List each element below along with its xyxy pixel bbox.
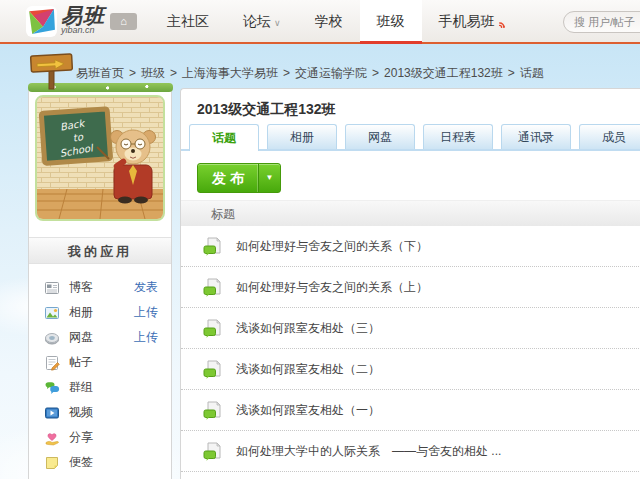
chevron-down-icon: ∨	[274, 18, 281, 28]
title-column-header: 标题	[211, 201, 235, 227]
app-action-link[interactable]: 上传	[134, 329, 158, 346]
topic-row[interactable]: 浅谈如何跟室友相处（三）	[181, 308, 640, 349]
sidebar-item-share[interactable]: 分享	[29, 425, 171, 450]
tab-netdisk[interactable]: 网盘	[345, 124, 415, 149]
topic-title: 浅谈如何跟室友相处（一）	[236, 402, 380, 419]
sidebar-item-label: 帖子	[69, 354, 158, 371]
sidebar-item-label: 相册	[69, 304, 134, 321]
sidebar-item-label: 分享	[69, 429, 158, 446]
yiban-class-page: 易班 yiban.cn ⌂ 主社区论坛∨学校班级手机易班 易班首页>班级>上海海…	[0, 0, 640, 479]
main-panel: 2013级交通工程132班 话题相册网盘日程表通讯录成员 发 布 ▼ 标题 如何…	[180, 88, 640, 479]
topic-list: 如何处理好与舍友之间的关系（下）如何处理好与舍友之间的关系（上）浅谈如何跟室友相…	[181, 226, 640, 472]
tab-members[interactable]: 成员	[579, 124, 640, 149]
sidebar-item-blog[interactable]: 博客发表	[29, 275, 171, 300]
topic-title: 浅谈如何跟室友相处（三）	[236, 320, 380, 337]
tab-bar: 话题相册网盘日程表通讯录成员	[189, 124, 640, 151]
breadcrumb-link[interactable]: 上海海事大学易班	[182, 66, 278, 80]
topic-title: 如何处理好与舍友之间的关系（下）	[236, 238, 428, 255]
home-icon[interactable]: ⌂	[110, 13, 137, 30]
tab-contacts[interactable]: 通讯录	[501, 124, 571, 149]
tab-topics[interactable]: 话题	[189, 124, 259, 151]
signpost-icon	[27, 49, 77, 93]
topic-title: 如何处理好与舍友之间的关系（上）	[236, 279, 428, 296]
nav-item-school[interactable]: 学校	[298, 0, 360, 42]
my-apps-list: 博客发表相册上传网盘上传帖子群组视频分享便签	[29, 275, 171, 475]
yiban-logo-icon	[26, 6, 57, 37]
sidebar-item-label: 博客	[69, 279, 134, 296]
sidebar-item-groups[interactable]: 群组	[29, 375, 171, 400]
video-icon	[44, 405, 60, 421]
sidebar-item-note[interactable]: 便签	[29, 450, 171, 475]
sidebar-item-posts[interactable]: 帖子	[29, 350, 171, 375]
classroom-bear-illustration: Back to School	[35, 95, 165, 221]
topic-row[interactable]: 如何处理好与舍友之间的关系（上）	[181, 267, 640, 308]
share-icon	[44, 430, 60, 446]
topic-icon	[203, 318, 223, 338]
nav-item-mobile-yiban[interactable]: 手机易班	[422, 0, 512, 42]
topic-title: 浅谈如何跟室友相处（二）	[236, 361, 380, 378]
note-icon	[44, 455, 60, 471]
search-input[interactable]	[563, 11, 640, 33]
breadcrumb-link[interactable]: 易班首页	[76, 66, 124, 80]
breadcrumb-separator: >	[129, 66, 136, 80]
topic-row[interactable]: 浅谈如何跟室友相处（二）	[181, 349, 640, 390]
sidebar-item-label: 群组	[69, 379, 158, 396]
topic-title: 如何处理大学中的人际关系 ——与舍友的相处 ...	[236, 443, 501, 460]
sidebar: Back to School	[28, 88, 172, 479]
album-icon	[44, 305, 60, 321]
breadcrumb-separator: >	[508, 66, 515, 80]
breadcrumb: 易班首页>班级>上海海事大学易班>交通运输学院>2013级交通工程132班>话题	[76, 65, 544, 82]
post-icon	[44, 355, 60, 371]
nav-item-main-community[interactable]: 主社区	[150, 0, 226, 42]
topic-row[interactable]: 如何处理好与舍友之间的关系（下）	[181, 226, 640, 267]
breadcrumb-link[interactable]: 交通运输学院	[295, 66, 367, 80]
sidebar-item-netdisk[interactable]: 网盘上传	[29, 325, 171, 350]
caret-down-icon[interactable]: ▼	[258, 164, 280, 192]
tab-schedule[interactable]: 日程表	[423, 124, 493, 149]
topic-icon	[203, 277, 223, 297]
top-bar: 易班 yiban.cn ⌂ 主社区论坛∨学校班级手机易班	[0, 0, 640, 44]
nav-item-label: 论坛	[243, 13, 271, 29]
nav-item-forum[interactable]: 论坛∨	[226, 0, 298, 42]
sidebar-item-label: 视频	[69, 404, 158, 421]
blog-icon	[44, 280, 60, 296]
sidebar-item-label: 便签	[69, 454, 158, 471]
publish-button[interactable]: 发 布 ▼	[197, 163, 281, 193]
yiban-logo[interactable]: 易班 yiban.cn	[26, 6, 105, 37]
tab-album[interactable]: 相册	[267, 124, 337, 149]
signal-icon	[496, 5, 508, 17]
topic-icon	[203, 400, 223, 420]
breadcrumb-link[interactable]: 2013级交通工程132班	[384, 66, 503, 80]
netdisk-icon	[44, 330, 60, 346]
page-title: 2013级交通工程132班	[197, 101, 336, 119]
breadcrumb-link[interactable]: 班级	[141, 66, 165, 80]
breadcrumb-current: 话题	[520, 66, 544, 80]
nav-item-label: 手机易班	[439, 13, 495, 29]
sidebar-item-video[interactable]: 视频	[29, 400, 171, 425]
publish-button-label: 发 布	[198, 164, 258, 192]
nav-item-class[interactable]: 班级	[360, 0, 422, 42]
my-apps-header: 我的应用	[29, 237, 171, 264]
topic-icon	[203, 359, 223, 379]
logo-subtitle: yiban.cn	[61, 26, 105, 35]
group-icon	[44, 380, 60, 396]
breadcrumb-separator: >	[372, 66, 379, 80]
logo-title: 易班	[61, 6, 105, 26]
app-action-link[interactable]: 发表	[134, 279, 158, 296]
sidebar-item-album[interactable]: 相册上传	[29, 300, 171, 325]
app-action-link[interactable]: 上传	[134, 304, 158, 321]
topic-row[interactable]: 浅谈如何跟室友相处（一）	[181, 390, 640, 431]
topic-icon	[203, 441, 223, 461]
topic-row[interactable]: 如何处理大学中的人际关系 ——与舍友的相处 ...	[181, 431, 640, 472]
breadcrumb-separator: >	[283, 66, 290, 80]
breadcrumb-separator: >	[170, 66, 177, 80]
nav-item-label: 班级	[377, 13, 405, 29]
top-nav: 主社区论坛∨学校班级手机易班	[150, 0, 512, 42]
nav-item-label: 学校	[315, 13, 343, 29]
nav-item-label: 主社区	[167, 13, 209, 29]
topic-table-header: 标题	[181, 200, 640, 226]
sidebar-item-label: 网盘	[69, 329, 134, 346]
topic-icon	[203, 236, 223, 256]
